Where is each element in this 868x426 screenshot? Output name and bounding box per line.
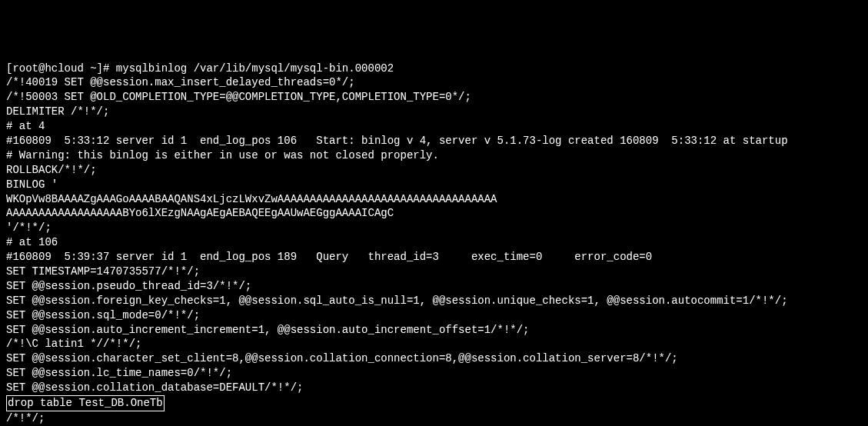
terminal-line: # at 4	[6, 119, 862, 134]
terminal-line: WKOpVw8BAAAAZgAAAGoAAAABAAQANS4xLjczLWxv…	[6, 192, 862, 207]
terminal-line: /*!\C latin1 *//*!*/;	[6, 337, 862, 351]
drop-table-statement: drop table Test_DB.OneTb	[6, 395, 165, 411]
terminal-line: SET @@session.collation_database=DEFAULT…	[6, 381, 862, 395]
terminal-line: SET TIMESTAMP=1470735577/*!*/;	[6, 265, 862, 279]
terminal-line: ROLLBACK/*!*/;	[6, 163, 862, 178]
terminal-line: SET @@session.pseudo_thread_id=3/*!*/;	[6, 279, 862, 294]
terminal-line: SET @@session.sql_mode=0/*!*/;	[6, 308, 862, 323]
terminal-line: # at 106	[6, 235, 862, 250]
highlighted-query-line: drop table Test_DB.OneTb	[6, 395, 862, 411]
terminal-line: SET @@session.auto_increment_increment=1…	[6, 323, 862, 338]
terminal-line: SET @@session.lc_time_names=0/*!*/;	[6, 366, 862, 381]
terminal-line: DELIMITER /*!*/;	[6, 105, 862, 119]
terminal-line: # Warning: this binlog is either in use …	[6, 148, 862, 163]
terminal-line: /*!*/;	[6, 411, 862, 426]
terminal-line: BINLOG '	[6, 178, 862, 192]
terminal-line: SET @@session.character_set_client=8,@@s…	[6, 351, 862, 366]
terminal-line: /*!50003 SET @OLD_COMPLETION_TYPE=@@COMP…	[6, 90, 862, 105]
terminal-line: SET @@session.foreign_key_checks=1, @@se…	[6, 294, 862, 308]
terminal-line: #160809 5:33:12 server id 1 end_log_pos …	[6, 134, 862, 148]
terminal-output[interactable]: [root@hcloud ~]# mysqlbinlog /var/lib/my…	[6, 62, 862, 426]
terminal-line: '/*!*/;	[6, 221, 862, 235]
terminal-line: [root@hcloud ~]# mysqlbinlog /var/lib/my…	[6, 62, 862, 76]
terminal-line: #160809 5:39:37 server id 1 end_log_pos …	[6, 250, 862, 265]
terminal-line: /*!40019 SET @@session.max_insert_delaye…	[6, 75, 862, 90]
terminal-line: AAAAAAAAAAAAAAAAAABYo6lXEzgNAAgAEgAEBAQE…	[6, 206, 862, 221]
